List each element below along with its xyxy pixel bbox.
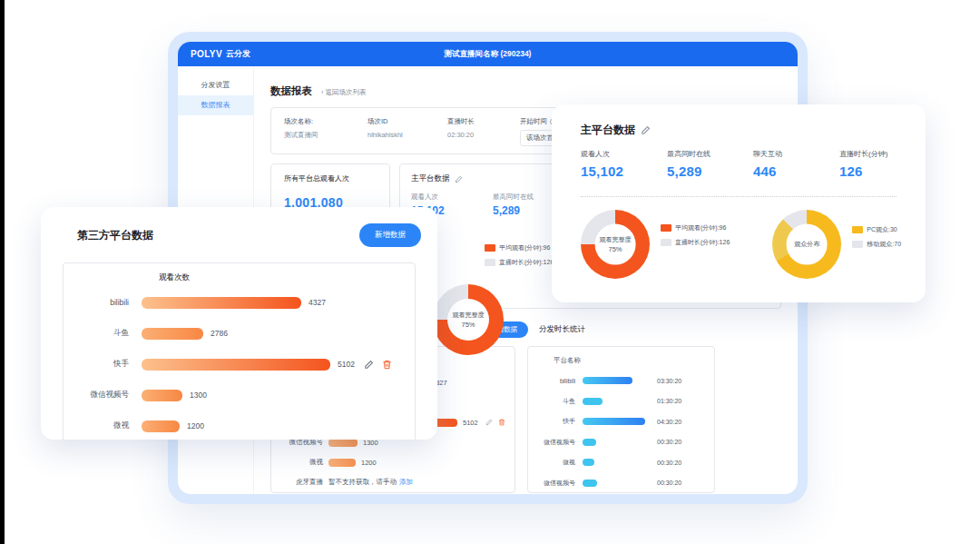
unsupported-platform-row: 虎牙直播 暂不支持获取，请手动 添加 xyxy=(271,472,514,492)
platform-label: 微信视频号 xyxy=(64,390,129,401)
duration-row: 快手 04:30:20 xyxy=(528,411,714,432)
completeness-legend: 平均观看(分钟):96 直播时长(分钟):126 xyxy=(485,243,554,267)
views-value: 1300 xyxy=(190,391,207,400)
duration-value: 04:30:20 xyxy=(657,419,681,425)
main-platform-overlay-card: 主平台数据 观看人次 15,102 最高同时在线 5,289 聊天互动 446 … xyxy=(552,104,926,302)
overlay-card-title: 主平台数据 xyxy=(581,123,635,138)
platform-label: 斗鱼 xyxy=(528,397,575,406)
platform-label: bilibili xyxy=(528,378,575,384)
views-bar xyxy=(142,297,301,309)
bar-row: 快手 5102 xyxy=(64,349,415,380)
duration-row: 微信视频号 00:30:20 xyxy=(528,473,714,494)
views-bar xyxy=(142,328,203,340)
edit-icon[interactable] xyxy=(364,360,374,370)
duration-bar xyxy=(583,459,594,466)
chat-interactions-stat: 聊天互动 446 xyxy=(753,149,839,179)
live-duration-label: 直播时长 xyxy=(447,117,520,126)
duration-row: 斗鱼 01:30:20 xyxy=(528,391,714,412)
delete-icon[interactable] xyxy=(498,419,505,426)
duration-bar xyxy=(583,418,645,425)
add-data-button[interactable]: 新增数据 xyxy=(359,223,421,247)
donut-center-value: 75% xyxy=(461,321,475,329)
session-name-field: 场次名称: 测试直播间 xyxy=(284,115,368,146)
legend-swatch xyxy=(852,241,863,248)
views-value: 1200 xyxy=(361,459,377,467)
add-manually-link[interactable]: 添加 xyxy=(399,478,413,487)
views-stat: 观看人次 15,102 xyxy=(581,149,667,179)
room-title: 测试直播间名称 (290234) xyxy=(178,49,798,60)
edit-icon[interactable] xyxy=(485,419,493,426)
dotted-divider xyxy=(581,196,897,197)
total-views-label: 所有平台总观看人次 xyxy=(284,173,377,183)
chat-interactions-label: 聊天互动 xyxy=(753,149,839,159)
delete-icon[interactable] xyxy=(382,360,392,370)
peak-online-value: 5,289 xyxy=(667,163,753,179)
live-minutes-value: 126 xyxy=(839,163,926,179)
bar-row: 斗鱼 2786 xyxy=(64,318,415,349)
completeness-donut: 观看完整度 75% xyxy=(581,210,650,279)
bar-row: 微信视频号 1300 xyxy=(64,380,415,410)
views-chart-header: 观看次数 xyxy=(159,272,415,283)
edit-icon[interactable] xyxy=(455,175,463,183)
left-edge-strip xyxy=(0,0,5,544)
legend-label: 平均观看(分钟):96 xyxy=(499,243,550,252)
duration-bar xyxy=(583,377,632,384)
duration-bar xyxy=(583,398,603,405)
views-label: 观看人次 xyxy=(581,149,667,159)
session-id-label: 场次ID xyxy=(368,117,447,126)
session-name-label: 场次名称: xyxy=(284,117,368,126)
platform-label: bilibili xyxy=(64,298,129,307)
bar-row: 微视 1200 xyxy=(271,452,514,472)
duration-row: 微信视频号 00:30:20 xyxy=(528,432,714,453)
sidebar-item-data-report[interactable]: 数据报表 xyxy=(178,95,253,115)
views-value: 1200 xyxy=(187,421,204,430)
audience-distribution-donut: 观众分布 xyxy=(772,210,841,279)
legend-swatch xyxy=(485,259,495,266)
platform-label: 斗鱼 xyxy=(64,328,129,339)
legend-label: 直播时长(分钟):126 xyxy=(499,258,554,267)
logo-text: POLYV xyxy=(191,49,222,59)
views-bar xyxy=(142,359,330,371)
live-duration-field: 直播时长 02:30:20 xyxy=(447,115,520,146)
back-to-session-list-link[interactable]: ‹ 返回场次列表 xyxy=(321,88,367,97)
views-value: 5102 xyxy=(338,360,355,369)
duration-row: 微视 00:30:20 xyxy=(528,452,714,473)
views-bar xyxy=(142,390,182,401)
donut-center-label: 观看完整度 xyxy=(599,235,631,244)
legend-swatch xyxy=(485,244,495,252)
duration-value: 00:30:20 xyxy=(657,480,681,486)
platform-label: 虎牙直播 xyxy=(271,478,323,487)
legend-label: 移动观众:70 xyxy=(867,240,901,249)
views-chart-panel: 观看次数 bilibili 4327 斗鱼 2786 快手 5102 微信视频号… xyxy=(63,262,416,440)
chat-interactions-value: 446 xyxy=(753,163,839,179)
legend-swatch xyxy=(661,239,671,246)
duration-value: 00:30:20 xyxy=(657,460,681,466)
sidebar-item-distribution-settings[interactable]: 分发设置 xyxy=(178,75,253,95)
duration-header: 平台名称 xyxy=(554,356,714,365)
duration-stats-panel: 平台名称 bilibili 03:30:20 斗鱼 01:30:20 快手 xyxy=(527,346,715,493)
start-time-label: 开始时间 xyxy=(520,117,547,126)
legend-label: 直播时长(分钟):126 xyxy=(675,238,730,247)
platform-label: 微信视频号 xyxy=(528,438,575,447)
edit-icon[interactable] xyxy=(641,125,651,135)
views-value: 4327 xyxy=(309,298,326,307)
session-name-value: 测试直播间 xyxy=(284,131,368,140)
legend-swatch xyxy=(661,224,671,232)
bar-row: bilibili 4327 xyxy=(64,287,415,318)
duration-value: 03:30:20 xyxy=(657,378,681,384)
legend-label: 平均观看(分钟):96 xyxy=(675,223,726,232)
session-id-field: 场次ID hlhlkahlskhl xyxy=(368,115,447,146)
views-bar xyxy=(142,420,180,432)
duration-bar xyxy=(583,439,596,446)
completeness-legend: 平均观看(分钟):96 直播时长(分钟):126 xyxy=(661,223,730,247)
chevron-left-icon: ‹ xyxy=(321,88,324,96)
live-minutes-stat: 直播时长(分钟) 126 xyxy=(839,149,926,179)
duration-value: 01:30:20 xyxy=(657,398,681,404)
polyv-logo: POLYV 云分发 xyxy=(191,48,250,60)
views-value: 2786 xyxy=(211,329,228,338)
platform-label: 微视 xyxy=(271,458,323,467)
third-party-overlay-card: 第三方平台数据 新增数据 观看次数 bilibili 4327 斗鱼 2786 … xyxy=(41,207,437,440)
duration-bar xyxy=(583,480,597,487)
bar-row: 微视 1200 xyxy=(64,410,415,440)
duration-row: bilibili 03:30:20 xyxy=(528,371,714,391)
